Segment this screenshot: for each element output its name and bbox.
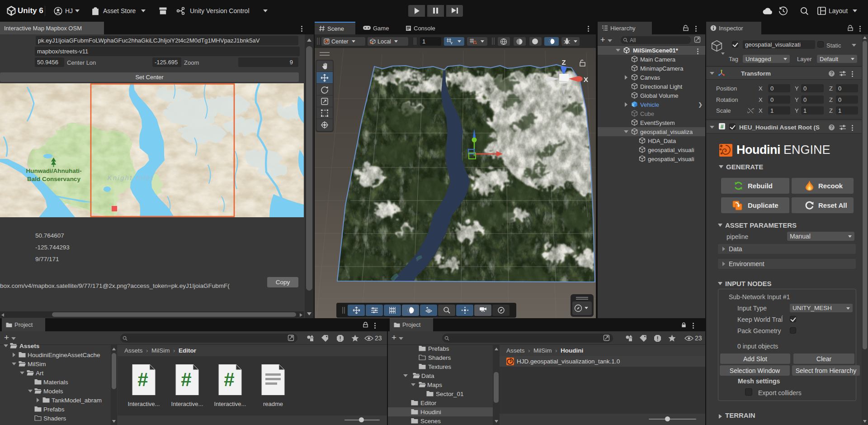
svg-text:?: ?	[830, 125, 833, 130]
svg-text:?: ?	[830, 71, 833, 76]
svg-text:Hunwadi/Ahnuhati-: Hunwadi/Ahnuhati-	[26, 167, 82, 174]
svg-text:Bald Conservancy: Bald Conservancy	[27, 176, 80, 182]
svg-text:Knight Inlet: Knight Inlet	[108, 174, 154, 181]
svg-text:#: #	[224, 369, 234, 390]
svg-text:#: #	[137, 369, 148, 390]
svg-text:#: #	[721, 124, 724, 130]
svg-text:Z: Z	[561, 58, 566, 66]
svg-text:X: X	[584, 76, 588, 83]
svg-text:Y: Y	[450, 41, 453, 45]
svg-text:#: #	[181, 369, 191, 390]
